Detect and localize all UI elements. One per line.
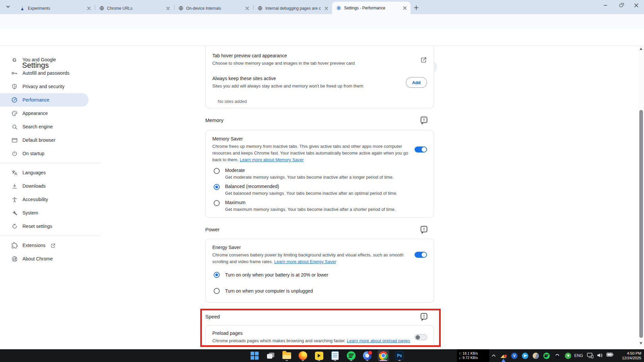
memory-saver-learn-more-link[interactable]: Learn more about Memory Saver	[240, 157, 304, 162]
feedback-icon[interactable]: !	[421, 313, 427, 319]
add-site-button[interactable]: Add	[406, 77, 427, 88]
clock[interactable]: 4:50 PM 12/24/2025	[622, 351, 641, 360]
display-cast-icon[interactable]	[587, 353, 593, 358]
folder-icon	[282, 352, 291, 359]
chrome-taskbar-button[interactable]	[378, 350, 389, 361]
minimize-button[interactable]	[598, 0, 613, 11]
power-card: Energy Saver Chrome conserves battery po…	[205, 239, 434, 303]
row-tab-hover-preview[interactable]: Tab hover preview card appearance Choose…	[206, 46, 434, 67]
time: 4:50 PM	[622, 351, 641, 356]
file-explorer-button[interactable]	[281, 350, 292, 361]
sidebar-item-search-engine[interactable]: Search engine	[0, 120, 101, 133]
accessibility-icon	[11, 196, 18, 203]
preload-learn-more-link[interactable]: Learn more about preload pages	[347, 338, 410, 343]
row-desc: Chrome frees up memory from inactive tab…	[212, 143, 414, 163]
radio-moderate[interactable]	[214, 168, 220, 174]
sidebar-item-appearance[interactable]: Appearance	[0, 107, 101, 120]
sidebar-item-on-startup[interactable]: On startup	[0, 147, 101, 160]
feedback-icon[interactable]: !	[421, 226, 427, 232]
memory-saver-row: Memory Saver Chrome frees up memory from…	[206, 130, 434, 163]
tab-list-chevron-icon[interactable]	[5, 4, 11, 9]
sidebar-item-downloads[interactable]: Downloads	[0, 179, 101, 193]
browser-toolbar: Chrome chrome://settings/performance 2 U…	[0, 14, 644, 28]
radio-balanced[interactable]	[214, 184, 220, 190]
memory-section-header: Memory	[205, 117, 223, 123]
sidebar-item-languages[interactable]: Languages	[0, 166, 101, 179]
maximize-restore-button[interactable]	[613, 0, 629, 11]
sidebar-item-accessibility[interactable]: Accessibility	[0, 193, 101, 206]
external-link-icon	[421, 57, 427, 63]
telegram-tray-icon[interactable]	[522, 353, 528, 359]
radio-maximum[interactable]	[214, 200, 220, 206]
preload-pages-toggle[interactable]	[415, 334, 427, 340]
globe-icon	[99, 6, 104, 11]
tab-close-icon[interactable]	[402, 5, 408, 11]
firefox-button[interactable]	[297, 350, 309, 361]
sidebar-item-system[interactable]: System	[0, 206, 101, 220]
system-tray: V	[500, 349, 571, 362]
power-option-battery: Turn on only when your battery is at 20%…	[214, 272, 427, 278]
sidebar-item-you-and-google[interactable]: G You and Google	[0, 53, 101, 66]
memory-card: Memory Saver Chrome frees up memory from…	[205, 130, 434, 218]
puzzle-icon	[11, 242, 18, 249]
scroll-up-icon[interactable]	[640, 48, 642, 50]
tab-close-icon[interactable]	[165, 5, 171, 11]
power-section-header: Power	[205, 227, 220, 232]
sidebar-item-about-chrome[interactable]: About Chrome	[0, 252, 101, 265]
tab-close-icon[interactable]	[86, 5, 92, 11]
sidebar-item-performance[interactable]: Performance	[0, 93, 89, 107]
chrome-window: Experiments Chrome URLs On-device Intern…	[0, 0, 644, 362]
tray-chevron-icon[interactable]	[492, 354, 496, 357]
drive-tray-icon[interactable]	[500, 353, 507, 358]
notepad-button[interactable]	[329, 350, 341, 361]
globe-icon	[178, 6, 183, 11]
row-title: Always keep these sites active	[212, 75, 363, 81]
sidebar-divider	[0, 236, 101, 236]
language-indicator[interactable]: ENG	[574, 353, 583, 358]
tab-close-icon[interactable]	[323, 5, 329, 11]
radio-battery-20[interactable]	[214, 272, 220, 278]
media-player-icon	[315, 352, 323, 360]
tab-internal-debugging[interactable]: Internal debugging pages are c	[254, 2, 332, 14]
feedback-icon[interactable]: !	[421, 117, 427, 123]
close-window-button[interactable]	[629, 0, 644, 11]
energy-saver-learn-more-link[interactable]: Learn more about Energy Saver	[274, 259, 336, 264]
new-tab-button[interactable]	[412, 3, 421, 12]
scroll-down-icon[interactable]	[640, 342, 642, 345]
tab-chrome-urls[interactable]: Chrome URLs	[95, 2, 174, 14]
tab-close-icon[interactable]	[244, 5, 250, 11]
idm-tray-icon[interactable]	[565, 353, 571, 359]
spotify-tray-icon[interactable]	[543, 353, 550, 359]
sidebar-item-extensions[interactable]: Extensions	[0, 239, 101, 252]
chrome-outline-icon	[11, 256, 18, 262]
sidebar-item-default-browser[interactable]: Default browser	[0, 133, 101, 147]
memory-saver-toggle[interactable]	[415, 146, 427, 153]
potplayer-button[interactable]	[313, 350, 325, 361]
row-desc: Chrome preloads pages which makes browsi…	[212, 338, 414, 344]
tab-settings-performance-active[interactable]: Settings - Performance	[332, 2, 411, 14]
globe-icon	[258, 6, 263, 11]
upload-speed: ↑: 18.1 KB/s	[459, 351, 489, 356]
scrollbar[interactable]	[638, 46, 644, 349]
notification-app-button[interactable]	[362, 350, 373, 361]
task-view-button[interactable]	[265, 350, 276, 361]
battery-icon[interactable]	[606, 353, 613, 357]
moon-tray-icon[interactable]	[533, 353, 539, 359]
speaker-icon[interactable]	[597, 353, 603, 358]
power-option-unplugged: Turn on when your computer is unplugged	[214, 288, 427, 294]
scrollbar-thumb[interactable]	[639, 110, 643, 338]
tab-preview-card: Tab hover preview card appearance Choose…	[205, 46, 434, 108]
start-button[interactable]	[249, 350, 260, 361]
tab-on-device-internals[interactable]: On-device Internals	[174, 2, 253, 14]
radio-unplugged[interactable]	[214, 288, 220, 294]
energy-saver-toggle[interactable]	[415, 252, 427, 258]
photoshop-button[interactable]: Ps	[394, 350, 405, 361]
sidebar-item-reset[interactable]: Reset settings	[0, 220, 101, 233]
app-tray-icon[interactable]	[554, 353, 560, 359]
sidebar-item-autofill[interactable]: Autofill and passwords	[0, 66, 101, 80]
spotify-button[interactable]	[345, 350, 357, 361]
firefox-icon	[299, 351, 307, 360]
sidebar-item-privacy[interactable]: Privacy and security	[0, 80, 101, 93]
v-app-tray-icon[interactable]: V	[511, 353, 518, 359]
tab-experiments[interactable]: Experiments	[16, 2, 95, 14]
